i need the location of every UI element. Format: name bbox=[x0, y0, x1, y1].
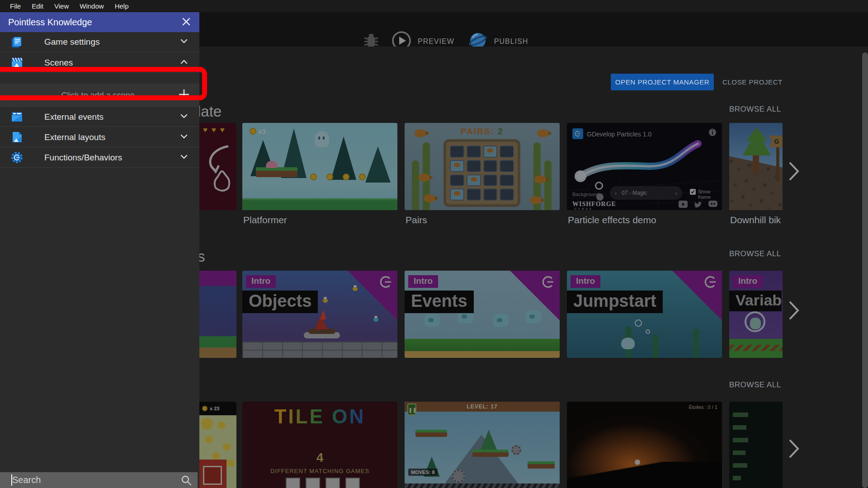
show-frame-label: Show frame bbox=[698, 189, 722, 200]
sidebar-item-game-settings[interactable]: Game settings bbox=[0, 32, 199, 52]
gdevelop-window: File Edit View Window Help bbox=[0, 0, 868, 488]
sidebar-item-label: External events bbox=[44, 112, 179, 122]
fire bbox=[320, 310, 326, 319]
coin-counter: x 23 bbox=[199, 402, 236, 415]
intro-name: Objects bbox=[242, 291, 318, 313]
tileon-previews bbox=[286, 478, 360, 488]
hearts-icon: ♥ ♥ ♥ bbox=[203, 126, 226, 135]
card-terminal-partial[interactable] bbox=[729, 402, 783, 488]
text-caret bbox=[11, 474, 12, 486]
slime-enemy bbox=[266, 161, 278, 168]
open-project-manager-button[interactable]: OPEN PROJECT MANAGER bbox=[611, 74, 714, 90]
fish bbox=[621, 338, 635, 349]
card-level-platformer[interactable]: LEVEL: 17 ❚❚ MOVES: 8 bbox=[405, 402, 560, 488]
sidebar-item-functions-behaviors[interactable]: Functions/Behaviors bbox=[0, 148, 199, 168]
row2-next-chevron-icon[interactable] bbox=[786, 298, 802, 324]
tree-icon bbox=[481, 430, 497, 450]
sidebar-item-external-events[interactable]: External events bbox=[0, 107, 199, 127]
menu-file[interactable]: File bbox=[5, 0, 26, 12]
menu-edit[interactable]: Edit bbox=[26, 0, 49, 12]
barn bbox=[199, 460, 226, 488]
external-layouts-icon bbox=[11, 131, 23, 143]
publish-button[interactable]: PUBLISH bbox=[494, 38, 528, 46]
spikes bbox=[405, 483, 560, 488]
coin-icon bbox=[202, 406, 208, 411]
seaweed bbox=[653, 334, 658, 358]
background-label: Background bbox=[572, 192, 599, 197]
creature bbox=[745, 311, 765, 332]
card-downhill-bike[interactable]: G bbox=[729, 123, 783, 210]
close-project-button[interactable]: CLOSE PROJECT bbox=[722, 74, 783, 90]
fish bbox=[534, 175, 546, 183]
chevron-up-icon bbox=[179, 56, 189, 69]
row3-next-chevron-icon[interactable] bbox=[786, 436, 802, 462]
preview-button[interactable]: PREVIEW bbox=[418, 38, 454, 46]
dark-ground bbox=[567, 462, 722, 488]
bee bbox=[323, 299, 328, 303]
creature bbox=[425, 314, 440, 327]
tree-icon bbox=[331, 136, 356, 180]
coin-icon bbox=[326, 174, 333, 180]
show-frame-checkbox bbox=[690, 189, 696, 195]
card-intro-variables[interactable]: +1 Intro Variab bbox=[729, 271, 783, 358]
card-particle-demo[interactable]: GDevelop Particles 1.0 Background ‹ 07 -… bbox=[567, 123, 722, 210]
chick bbox=[223, 443, 231, 450]
menu-window[interactable]: Window bbox=[74, 0, 109, 12]
social-icons bbox=[679, 201, 717, 208]
level-bar: LEVEL: 17 bbox=[405, 402, 560, 412]
saw-blade bbox=[511, 445, 521, 455]
wishforge-sub: GAMES bbox=[574, 207, 593, 210]
gdevelop-logo-icon bbox=[572, 128, 583, 139]
add-scene-row[interactable]: Click to add a scene bbox=[0, 84, 199, 107]
browse-all-examples[interactable]: BROWSE ALL bbox=[729, 249, 783, 258]
seaweed bbox=[544, 160, 552, 210]
close-icon[interactable] bbox=[179, 15, 193, 30]
card-sunset[interactable]: Étoiles : 0 / 1 bbox=[567, 402, 722, 488]
chick bbox=[212, 452, 220, 460]
card-title-pairs: Pairs bbox=[406, 215, 427, 225]
intro-tag: Intro bbox=[246, 275, 276, 288]
discord-icon bbox=[708, 201, 717, 208]
browse-all-templates[interactable]: BROWSE ALL bbox=[729, 105, 783, 114]
sidebar-item-scenes[interactable]: Scenes bbox=[0, 53, 199, 73]
plus-icon bbox=[178, 88, 190, 103]
card-pairs[interactable]: PAIRS: 2 bbox=[405, 123, 560, 210]
card-intro-jumpstart[interactable]: Intro Jumpstart bbox=[567, 271, 722, 358]
functions-behaviors-icon bbox=[11, 151, 23, 164]
seaweed bbox=[693, 329, 699, 358]
chevron-down-icon bbox=[179, 111, 189, 123]
chevron-down-icon bbox=[179, 36, 189, 48]
intro-name: Events bbox=[405, 291, 474, 313]
project-manager-panel: Pointless Knowledge Game settings bbox=[0, 12, 199, 488]
menu-help[interactable]: Help bbox=[109, 0, 134, 12]
chick bbox=[226, 460, 235, 467]
card-tutorial-partial[interactable]: ♥ ♥ ♥ bbox=[199, 123, 236, 210]
intro-tag: Intro bbox=[408, 275, 438, 288]
info-icon bbox=[708, 128, 717, 138]
row1-next-chevron-icon[interactable] bbox=[786, 159, 802, 184]
card-tile-on[interactable]: TILE ON 4 DIFFERENT MATCHING GAMES bbox=[242, 402, 397, 488]
browse-all-games[interactable]: BROWSE ALL bbox=[729, 380, 783, 389]
scrollbar-thumb[interactable] bbox=[862, 52, 868, 488]
coin-count-label: x3 bbox=[258, 127, 266, 135]
card-chicken-partial[interactable]: x 23 bbox=[199, 402, 236, 488]
external-events-icon bbox=[11, 111, 23, 123]
card-intro-partial[interactable] bbox=[199, 271, 236, 358]
platform bbox=[415, 430, 447, 437]
card-intro-events[interactable]: Intro Events bbox=[405, 271, 560, 358]
menu-bar: File Edit View Window Help bbox=[0, 0, 868, 12]
card-title-particle: Particle effects demo bbox=[568, 215, 656, 225]
sidebar-item-external-layouts[interactable]: External layouts bbox=[0, 127, 199, 147]
sidebar-item-label: Game settings bbox=[44, 37, 179, 47]
tree-icon bbox=[365, 146, 391, 183]
bubble bbox=[646, 329, 650, 334]
sidebar-item-label: Scenes bbox=[44, 58, 179, 68]
menu-view[interactable]: View bbox=[49, 0, 74, 12]
card-platformer[interactable]: x3 bbox=[242, 123, 397, 210]
bee bbox=[373, 318, 378, 322]
sign-post bbox=[776, 145, 779, 182]
card-intro-objects[interactable]: Intro Objects bbox=[242, 271, 397, 358]
pause-icon: ❚❚ bbox=[407, 404, 416, 415]
search-input[interactable] bbox=[0, 472, 198, 488]
card-title-downhill: Downhill bik bbox=[730, 215, 784, 225]
